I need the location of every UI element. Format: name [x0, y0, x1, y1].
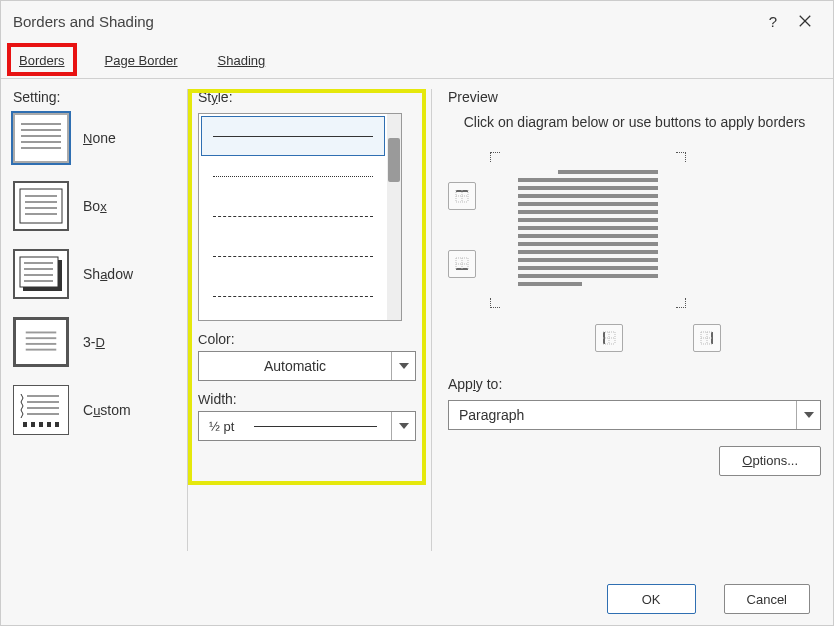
preview-diagram[interactable] — [490, 152, 686, 308]
setting-none[interactable]: None — [13, 113, 179, 163]
setting-shadow-label: Shadow — [83, 266, 133, 282]
width-sample-line — [254, 426, 377, 427]
close-icon[interactable] — [789, 5, 821, 37]
color-label: Color: — [198, 331, 423, 347]
apply-to-combo[interactable]: Paragraph — [448, 400, 821, 430]
color-combo[interactable]: Automatic — [198, 351, 416, 381]
width-label: Width: — [198, 391, 423, 407]
style-option-dashed-fine[interactable] — [201, 196, 385, 236]
style-option-dash-dot[interactable] — [201, 276, 385, 316]
svg-rect-29 — [39, 422, 43, 427]
setting-box[interactable]: Box — [13, 181, 179, 231]
border-right-button[interactable] — [693, 324, 721, 352]
preview-column: Preview Click on diagram below or use bu… — [431, 89, 821, 551]
chevron-down-icon — [391, 412, 415, 440]
chevron-down-icon — [391, 352, 415, 380]
svg-rect-30 — [47, 422, 51, 427]
setting-shadow[interactable]: Shadow — [13, 249, 179, 299]
options-button-label: ptions... — [752, 453, 798, 468]
svg-rect-27 — [23, 422, 27, 427]
setting-box-label: Box — [83, 198, 107, 214]
border-bottom-button[interactable] — [448, 250, 476, 278]
svg-rect-28 — [31, 422, 35, 427]
apply-to-label: Apply to: — [448, 376, 821, 392]
style-column: Style: Color: Automatic Width: ½ pt — [187, 89, 423, 551]
apply-to-value: Paragraph — [449, 407, 796, 423]
setting-thumb-none — [13, 113, 69, 163]
cancel-button-label: Cancel — [747, 592, 787, 607]
ok-button[interactable]: OK — [607, 584, 696, 614]
ok-button-label: OK — [642, 592, 661, 607]
setting-thumb-custom — [13, 385, 69, 435]
svg-rect-13 — [23, 287, 62, 291]
setting-thumb-box — [13, 181, 69, 231]
setting-custom-label: Custom — [83, 402, 131, 418]
color-value: Automatic — [199, 358, 391, 374]
svg-rect-14 — [58, 260, 62, 291]
tab-borders[interactable]: Borders — [13, 41, 71, 78]
tab-page-border-label: Page Border — [105, 53, 178, 68]
options-button[interactable]: Options... — [719, 446, 821, 476]
style-option-dotted[interactable] — [201, 156, 385, 196]
width-combo[interactable]: ½ pt — [198, 411, 416, 441]
tab-shading[interactable]: Shading — [212, 41, 272, 78]
cancel-button[interactable]: Cancel — [724, 584, 810, 614]
width-value: ½ pt — [209, 419, 234, 434]
crop-corner-br-icon — [676, 298, 686, 308]
setting-thumb-3d — [13, 317, 69, 367]
help-icon[interactable]: ? — [757, 5, 789, 37]
svg-rect-7 — [20, 189, 62, 223]
style-scrollbar[interactable] — [387, 114, 401, 320]
dialog-title: Borders and Shading — [13, 13, 757, 30]
tab-shading-label: Shading — [218, 53, 266, 68]
crop-corner-bl-icon — [490, 298, 500, 308]
tab-strip: Borders Page Border Shading — [1, 41, 833, 79]
setting-custom[interactable]: Custom — [13, 385, 179, 435]
border-left-button[interactable] — [595, 324, 623, 352]
setting-thumb-shadow — [13, 249, 69, 299]
tab-page-border[interactable]: Page Border — [99, 41, 184, 78]
style-label: Style: — [198, 89, 423, 105]
preview-instruction: Click on diagram below or use buttons to… — [448, 113, 821, 132]
setting-3d[interactable]: 3-D — [13, 317, 179, 367]
svg-rect-31 — [55, 422, 59, 427]
style-listbox[interactable] — [198, 113, 402, 321]
border-top-button[interactable] — [448, 182, 476, 210]
setting-label: Setting: — [13, 89, 179, 105]
svg-rect-12 — [20, 257, 58, 287]
title-bar: Borders and Shading ? — [1, 1, 833, 41]
preview-paragraph-icon — [518, 170, 658, 290]
crop-corner-tl-icon — [490, 152, 500, 162]
style-option-solid[interactable] — [201, 116, 385, 156]
style-option-dashed[interactable] — [201, 236, 385, 276]
setting-3d-label: 3-D — [83, 334, 105, 350]
chevron-down-icon — [796, 401, 820, 429]
crop-corner-tr-icon — [676, 152, 686, 162]
setting-none-label: None — [83, 130, 116, 146]
tab-borders-label: Borders — [19, 53, 65, 68]
preview-label: Preview — [448, 89, 821, 105]
setting-column: Setting: None Box Shadow — [13, 89, 179, 551]
dialog-footer: OK Cancel — [607, 584, 810, 614]
